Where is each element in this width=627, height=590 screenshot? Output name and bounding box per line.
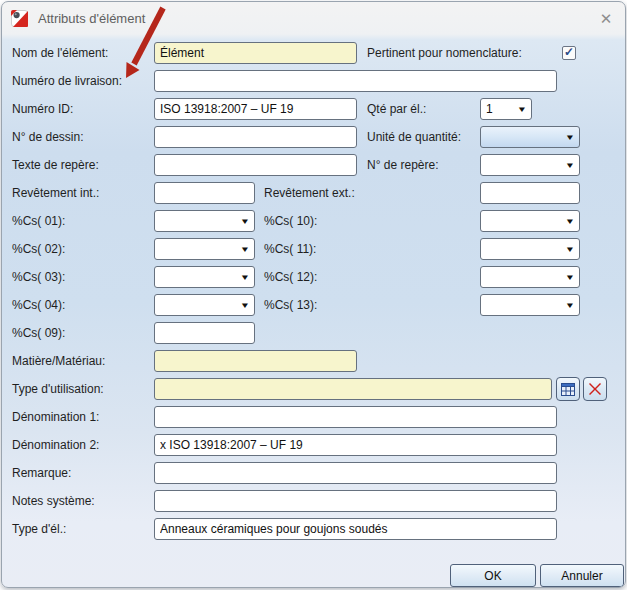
- chevron-down-icon: ▼: [565, 133, 575, 142]
- field-row-denom2: Dénomination 2:: [12, 434, 625, 456]
- cs09-input[interactable]: [154, 322, 255, 344]
- clear-type-button[interactable]: [583, 377, 607, 401]
- nom-input[interactable]: [154, 42, 357, 64]
- stud-welding-app-icon: [11, 10, 28, 27]
- rev-int-label: Revêtement int.:: [12, 186, 154, 200]
- texte-repere-label: Texte de repère:: [12, 158, 154, 172]
- no-repere-dropdown[interactable]: ▼: [480, 154, 580, 176]
- field-row-cs02-cs11: %Cs( 02): ▼ %Cs( 11): ▼: [12, 238, 625, 260]
- field-row-texte-repere: Texte de repère: N° de repère: ▼: [12, 154, 625, 176]
- browse-type-button[interactable]: [556, 377, 580, 401]
- remarque-input[interactable]: [154, 462, 557, 484]
- field-row-revetement: Revêtement int.: Revêtement ext.:: [12, 182, 625, 204]
- type-el-label: Type d'él.:: [12, 522, 154, 536]
- field-row-dessin: N° de dessin: Unité de quantité: ▼: [12, 126, 625, 148]
- field-row-cs01-cs10: %Cs( 01): ▼ %Cs( 10): ▼: [12, 210, 625, 232]
- field-row-nom: Nom de l'élément: Pertinent pour nomencl…: [12, 42, 625, 64]
- field-row-cs04-cs13: %Cs( 04): ▼ %Cs( 13): ▼: [12, 294, 625, 316]
- ok-button[interactable]: OK: [450, 564, 536, 587]
- table-browse-icon: [561, 383, 575, 396]
- livraison-input[interactable]: [154, 70, 557, 92]
- cs13-label: %Cs( 13):: [264, 298, 317, 312]
- field-row-numero-id: Numéro ID: Qté par él.: 1 ▼: [12, 98, 625, 120]
- nom-label: Nom de l'élément:: [12, 46, 154, 60]
- field-row-notes: Notes système:: [12, 490, 625, 512]
- cancel-button[interactable]: Annuler: [540, 564, 624, 587]
- form-area: Nom de l'élément: Pertinent pour nomencl…: [2, 35, 625, 540]
- type-el-input[interactable]: [154, 518, 557, 540]
- chevron-down-icon: ▼: [565, 161, 575, 170]
- denom2-label: Dénomination 2:: [12, 438, 154, 452]
- chevron-down-icon: ▼: [240, 245, 250, 254]
- remarque-label: Remarque:: [12, 466, 154, 480]
- field-row-cs03-cs12: %Cs( 03): ▼ %Cs( 12): ▼: [12, 266, 625, 288]
- dessin-label: N° de dessin:: [12, 130, 154, 144]
- chevron-down-icon: ▼: [565, 273, 575, 282]
- notes-input[interactable]: [154, 490, 557, 512]
- unite-dropdown[interactable]: ▼: [480, 126, 580, 148]
- texte-repere-input[interactable]: [154, 154, 357, 176]
- cs13-dropdown[interactable]: ▼: [480, 294, 580, 316]
- chevron-down-icon: ▼: [240, 217, 250, 226]
- no-repere-label: N° de repère:: [367, 158, 439, 172]
- dessin-input[interactable]: [154, 126, 357, 148]
- qte-dropdown[interactable]: 1 ▼: [480, 98, 532, 120]
- denom1-label: Dénomination 1:: [12, 410, 154, 424]
- type-utilisation-label: Type d'utilisation:: [12, 382, 154, 396]
- pertinent-label: Pertinent pour nomenclature:: [367, 46, 522, 60]
- cs02-dropdown[interactable]: ▼: [154, 238, 255, 260]
- rev-ext-label: Revêtement ext.:: [264, 186, 355, 200]
- chevron-down-icon: ▼: [240, 273, 250, 282]
- cs04-dropdown[interactable]: ▼: [154, 294, 255, 316]
- title-bar: Attributs d'élément ✕: [2, 2, 625, 35]
- cs11-dropdown[interactable]: ▼: [480, 238, 580, 260]
- checkbox-check-icon: ✓: [564, 47, 574, 57]
- cs01-dropdown[interactable]: ▼: [154, 210, 255, 232]
- field-row-type-el: Type d'él.:: [12, 518, 625, 540]
- cs04-label: %Cs( 04):: [12, 298, 154, 312]
- field-row-livraison: Numéro de livraison:: [12, 70, 625, 92]
- notes-label: Notes système:: [12, 494, 154, 508]
- chevron-down-icon: ▼: [517, 105, 527, 114]
- clear-red-x-icon: [588, 382, 602, 396]
- type-utilisation-input[interactable]: [154, 378, 552, 400]
- field-row-matiere: Matière/Matériau:: [12, 350, 625, 372]
- field-row-remarque: Remarque:: [12, 462, 625, 484]
- qte-label: Qté par él.:: [367, 102, 426, 116]
- chevron-down-icon: ▼: [565, 217, 575, 226]
- cs10-dropdown[interactable]: ▼: [480, 210, 580, 232]
- rev-ext-input[interactable]: [480, 182, 580, 204]
- cs11-label: %Cs( 11):: [264, 242, 316, 256]
- cs03-label: %Cs( 03):: [12, 270, 154, 284]
- window-title: Attributs d'élément: [38, 11, 145, 26]
- cs09-label: %Cs( 09):: [12, 326, 154, 340]
- cs10-label: %Cs( 10):: [264, 214, 317, 228]
- livraison-label: Numéro de livraison:: [12, 74, 154, 88]
- unite-label: Unité de quantité:: [367, 130, 461, 144]
- field-row-cs09: %Cs( 09):: [12, 322, 625, 344]
- cs12-label: %Cs( 12):: [264, 270, 317, 284]
- rev-int-input[interactable]: [154, 182, 255, 204]
- chevron-down-icon: ▼: [565, 301, 575, 310]
- cs01-label: %Cs( 01):: [12, 214, 154, 228]
- dialog-window: Attributs d'élément ✕ Nom de l'élément: …: [1, 1, 626, 588]
- chevron-down-icon: ▼: [240, 301, 250, 310]
- numero-id-label: Numéro ID:: [12, 102, 154, 116]
- numero-id-input[interactable]: [154, 98, 357, 120]
- matiere-input[interactable]: [154, 350, 357, 372]
- field-row-denom1: Dénomination 1:: [12, 406, 625, 428]
- pertinent-checkbox[interactable]: ✓: [562, 46, 576, 60]
- denom1-input[interactable]: [154, 406, 557, 428]
- cs03-dropdown[interactable]: ▼: [154, 266, 255, 288]
- field-row-type-utilisation: Type d'utilisation:: [12, 378, 625, 400]
- matiere-label: Matière/Matériau:: [12, 354, 154, 368]
- close-icon[interactable]: ✕: [595, 11, 617, 26]
- chevron-down-icon: ▼: [565, 245, 575, 254]
- cs02-label: %Cs( 02):: [12, 242, 154, 256]
- cs12-dropdown[interactable]: ▼: [480, 266, 580, 288]
- denom2-input[interactable]: [154, 434, 557, 456]
